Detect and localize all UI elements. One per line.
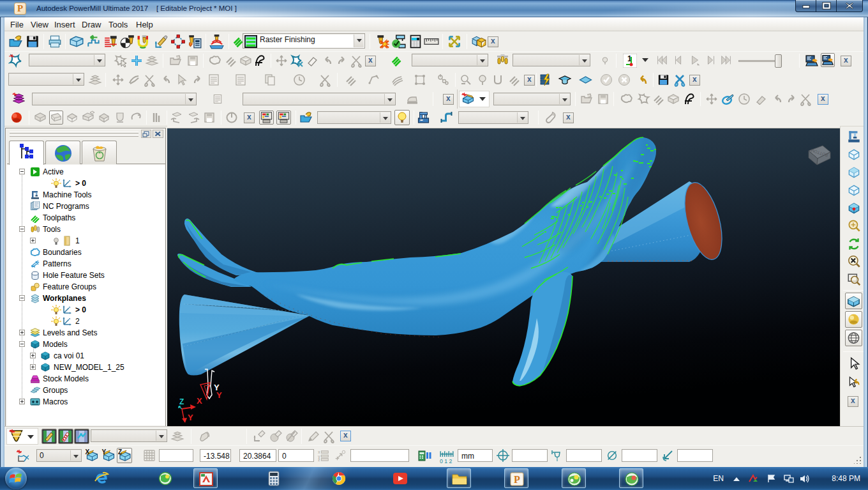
svg-text:Y: Y [102, 448, 107, 456]
svg-text:X: X [197, 396, 202, 406]
svg-text:Z: Z [179, 397, 184, 406]
svg-text:z: z [318, 458, 320, 463]
svg-text:0 1 2: 0 1 2 [440, 458, 453, 464]
svg-text:Y: Y [216, 390, 222, 400]
svg-text:X: X [86, 448, 90, 456]
svg-text:Y: Y [188, 413, 193, 422]
svg-text:Z: Z [118, 448, 122, 456]
svg-text:P: P [514, 474, 520, 485]
